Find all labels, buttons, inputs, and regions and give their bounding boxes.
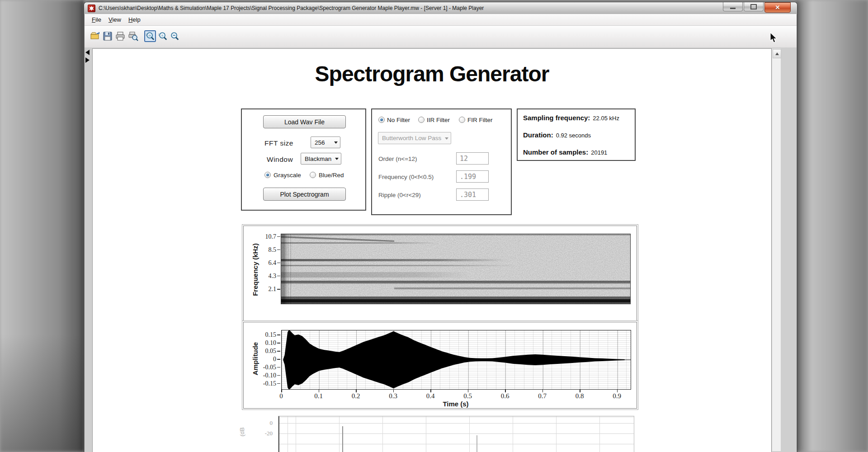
chevron-down-icon [335,158,339,160]
frequency-label: Frequency (0<f<0.5) [378,174,434,180]
expand-right-arrow-icon[interactable] [85,57,90,63]
mouse-cursor [769,32,778,44]
zoom-200-icon[interactable] [169,30,180,42]
minimize-icon [730,8,736,9]
response-spike [278,416,279,452]
time-tick: 0.5 [463,392,472,400]
time-tick: 0.4 [426,392,435,400]
no-filter-radio[interactable] [378,117,385,123]
freq-tick: 8.5 [256,246,276,254]
amp-tick-marks [277,334,280,385]
toolbar: m n Purchase the [85,26,797,48]
window-title: C:\Users\skhan\Desktop\Maths & Simulatio… [99,5,484,11]
desktop-background-left [0,0,84,452]
magnitude-plot-partial [278,416,634,452]
amp-tick: 0.10 [256,339,276,347]
freq-tick: 2.1 [256,286,276,293]
scroll-up-button[interactable] [773,49,781,58]
waveform-plot-area [281,330,631,390]
maple-player-window: C:\Users\skhan\Desktop\Maths & Simulatio… [84,2,797,452]
time-tick: 0.1 [314,392,323,400]
spectrogram-ylabel: Frequency (kHz) [251,234,259,306]
time-tick: 0.2 [352,392,360,400]
time-tick: 0.6 [501,392,509,400]
minimize-button[interactable] [723,2,743,11]
plot-spectrogram-button[interactable]: Plot Spectrogram [263,188,346,201]
print-icon[interactable] [114,30,126,42]
freq-tick: 10.7 [256,233,276,240]
spectrogram-plot-cell: Frequency (kHz) 10.7 8.5 6.4 4.3 2.1 [243,226,637,322]
waveform-svg [282,330,631,389]
filter-type-select[interactable]: Butterworth Low Pass [378,132,451,144]
time-tick: 0.9 [613,392,621,400]
waveform-xlabel: Time (s) [410,400,501,408]
db-tick: 0 [255,419,273,427]
menu-view[interactable]: View [105,15,125,24]
bluered-label: Blue/Red [319,172,344,179]
waveform-plot-cell: Amplitude 0.15 0.10 0.05 0 -0.05 -0.10 -… [243,322,637,409]
print-preview-icon[interactable] [127,30,139,42]
menubar: File View Help [85,14,797,26]
duration-row: Duration:0.92 seconds [523,131,591,139]
amp-tick: 0 [256,356,276,363]
freq-tick: 6.4 [256,259,276,267]
sampling-frequency-row: Sampling frequency:22.05 kHz [523,114,619,122]
no-filter-label: No Filter [387,117,410,123]
bluered-radio[interactable] [310,172,316,178]
samples-row: Number of samples:20191 [523,148,607,156]
amp-tick: 0.15 [256,331,276,339]
grayscale-radio[interactable] [264,172,271,178]
ripple-input[interactable]: .301 [456,188,489,201]
amp-tick: -0.15 [256,380,276,387]
db-ylabel-fragment: (dB [239,427,245,436]
time-tick: 0.8 [576,392,584,400]
order-label: Order (n<=12) [378,155,417,162]
chevron-down-icon [445,137,448,140]
window-label: Window [267,155,293,164]
open-icon[interactable] [89,30,101,42]
vertical-scrollbar[interactable] [772,48,781,452]
worksheet-page: Spectrogram Generator Load Wav File FFT … [92,48,772,452]
freq-tick-marks [277,236,280,291]
controls-panel: Load Wav File FFT size 256 Window Blackm… [241,108,366,211]
titlebar[interactable]: C:\Users\skhan\Desktop\Maths & Simulatio… [84,2,797,14]
chevron-down-icon [334,141,338,144]
maple-app-icon [88,5,95,12]
maximize-icon [750,4,757,9]
page-title: Spectrogram Generator [93,61,771,86]
order-input[interactable]: 12 [456,152,489,165]
info-panel: Sampling frequency:22.05 kHz Duration:0.… [517,108,636,161]
fft-size-select[interactable]: 256 [311,137,340,148]
svg-text:m: m [148,34,151,37]
iir-filter-radio[interactable] [418,117,425,123]
maximize-button[interactable] [744,2,764,11]
fir-filter-radio[interactable] [459,117,465,123]
window-select[interactable]: Blackman [301,153,341,165]
db-tick: -20 [255,430,273,437]
freq-tick: 4.3 [256,273,276,280]
ripple-label: Ripple (0<r<29) [378,192,421,198]
zoom-150-icon[interactable]: n [157,30,169,42]
arrow-up-icon [775,52,779,55]
response-spike [476,435,477,452]
frequency-input[interactable]: .199 [456,170,489,183]
menu-help[interactable]: Help [125,15,144,24]
fft-size-label: FFT size [264,139,293,147]
menu-file[interactable]: File [88,15,105,24]
maple-leaf-glyph [89,6,94,11]
amp-tick: -0.05 [256,364,276,371]
time-tick: 0.3 [389,392,397,400]
amp-tick: -0.10 [256,372,276,379]
waveform-shape [283,330,625,389]
time-tick: 0 [279,392,283,400]
close-button[interactable]: ✕ [764,2,791,13]
response-spike [342,426,343,452]
grayscale-label: Grayscale [274,172,301,179]
time-tick: 0.7 [538,392,547,400]
spectrogram-image [281,234,631,304]
zoom-100-icon[interactable]: m [144,30,156,42]
close-icon: ✕ [775,4,780,11]
load-wav-file-button[interactable]: Load Wav File [263,115,346,128]
save-icon[interactable] [102,30,113,42]
collapse-left-arrow-icon[interactable] [85,50,90,55]
